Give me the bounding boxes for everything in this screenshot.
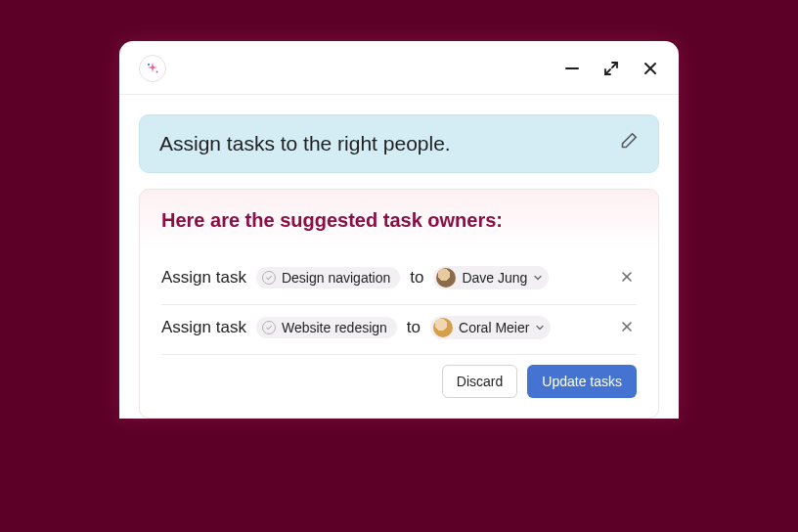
check-circle-icon [262, 321, 276, 334]
edit-icon[interactable] [617, 131, 639, 156]
task-chip[interactable]: Website redesign [256, 317, 397, 338]
suggestions-card: Here are the suggested task owners: Assi… [139, 189, 659, 419]
card-title: Here are the suggested task owners: [161, 209, 637, 232]
card-footer: Discard Update tasks [161, 355, 637, 400]
remove-row-button[interactable] [617, 315, 637, 340]
minimize-button[interactable] [563, 60, 581, 77]
row-prefix: Assign task [161, 318, 246, 337]
suggestion-row: Assign task Website redesign to Coral Me… [161, 305, 637, 355]
task-chip[interactable]: Design navigation [256, 267, 400, 288]
person-chip[interactable]: Dave Jung [433, 266, 549, 289]
check-circle-icon [262, 271, 276, 285]
dialog-body: Assign tasks to the right people. Here a… [119, 95, 679, 419]
expand-button[interactable] [602, 60, 620, 77]
chevron-down-icon [535, 320, 545, 335]
window-controls [563, 60, 659, 77]
sparkle-icon [139, 55, 166, 82]
discard-button[interactable]: Discard [442, 365, 517, 398]
task-name: Design navigation [282, 270, 390, 286]
person-chip[interactable]: Coral Meier [430, 316, 551, 339]
ai-assign-dialog: Assign tasks to the right people. Here a… [119, 41, 679, 419]
svg-point-1 [156, 71, 158, 73]
suggestion-row: Assign task Design navigation to Dave Ju… [161, 255, 637, 305]
titlebar [119, 41, 679, 95]
to-label: to [407, 318, 421, 337]
task-name: Website redesign [282, 320, 387, 335]
avatar [433, 318, 453, 337]
remove-row-button[interactable] [617, 265, 637, 290]
query-text: Assign tasks to the right people. [159, 132, 451, 155]
person-name: Dave Jung [462, 270, 527, 286]
to-label: to [410, 268, 423, 288]
chevron-down-icon [533, 270, 543, 286]
row-prefix: Assign task [161, 268, 246, 288]
person-name: Coral Meier [459, 320, 529, 335]
update-tasks-button[interactable]: Update tasks [527, 365, 637, 398]
close-button[interactable] [642, 60, 659, 77]
avatar [436, 268, 456, 288]
query-banner: Assign tasks to the right people. [139, 114, 659, 173]
svg-point-0 [148, 64, 150, 66]
